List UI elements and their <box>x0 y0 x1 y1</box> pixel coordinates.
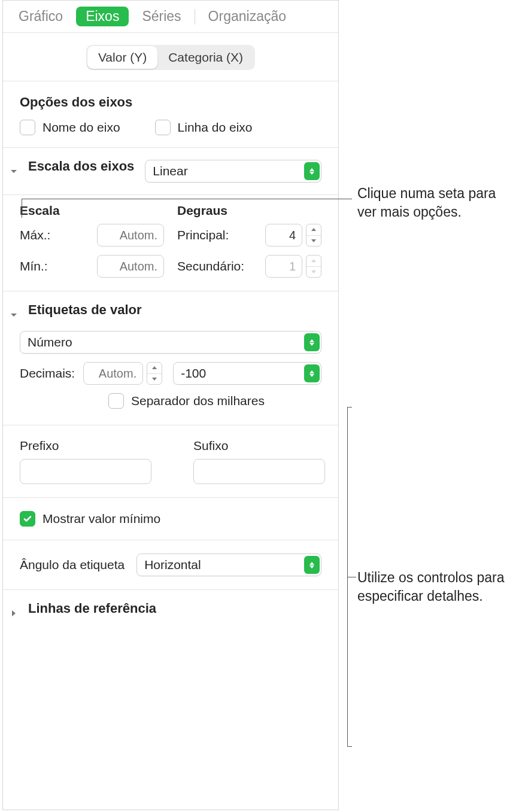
decimals-stepper[interactable] <box>147 362 162 385</box>
tab-organization[interactable]: Organização <box>208 8 286 25</box>
axis-scale-title: Escala dos eixos <box>28 159 134 174</box>
checkbox-label: Mostrar valor mínimo <box>43 512 160 526</box>
checkbox-box <box>20 511 35 527</box>
steps-major-stepper[interactable] <box>306 224 321 247</box>
select-value: Linear <box>153 164 187 178</box>
axis-segmented-control: Valor (Y) Categoria (X) <box>86 45 255 70</box>
axis-options-title: Opções dos eixos <box>20 95 321 110</box>
segment-category-x[interactable]: Categoria (X) <box>157 46 254 69</box>
scale-min-input[interactable] <box>97 255 164 278</box>
decimals-input[interactable] <box>83 362 143 385</box>
disclosure-axis-scale[interactable] <box>8 165 20 177</box>
callout-connector <box>347 577 356 577</box>
segment-value-y[interactable]: Valor (Y) <box>87 46 157 69</box>
checkbox-axis-name[interactable]: Nome do eixo <box>20 120 120 135</box>
select-value: Número <box>28 335 72 349</box>
select-arrows-icon <box>304 162 320 180</box>
section-axis-scale-body: Escala Máx.: Mín.: Degraus Principal: <box>3 195 338 291</box>
prefix-input[interactable] <box>20 459 151 484</box>
inspector-tabbar: Gráfico Eixos Séries Organização <box>3 1 338 33</box>
decimals-label: Decimais: <box>20 366 75 381</box>
select-arrows-icon <box>304 333 320 351</box>
callout-connector <box>22 199 22 218</box>
section-show-min-value: Mostrar valor mínimo <box>3 498 338 540</box>
steps-major-label: Principal: <box>177 228 229 242</box>
axis-segmented-control-row: Valor (Y) Categoria (X) <box>3 33 338 81</box>
checkbox-label: Separador dos milhares <box>131 394 265 408</box>
select-arrows-icon <box>304 364 320 382</box>
callout-text-bottom: Utilize os controlos para especificar de… <box>357 568 513 606</box>
checkbox-axis-line[interactable]: Linha do eixo <box>155 120 253 135</box>
checkbox-box <box>155 120 171 135</box>
select-label-angle[interactable]: Horizontal <box>136 554 321 576</box>
checkbox-show-min-value[interactable]: Mostrar valor mínimo <box>20 511 160 527</box>
tab-axes[interactable]: Eixos <box>76 7 129 26</box>
checkbox-label: Nome do eixo <box>43 120 120 135</box>
tab-chart[interactable]: Gráfico <box>19 8 63 25</box>
callout-connector <box>22 199 352 199</box>
prefix-label: Prefixo <box>20 439 151 453</box>
tab-series[interactable]: Séries <box>142 8 181 25</box>
steps-minor-label: Secundário: <box>177 259 244 273</box>
checkbox-label: Linha do eixo <box>178 120 253 135</box>
reference-lines-title: Linhas de referência <box>28 601 156 616</box>
section-reference-lines: Linhas de referência <box>3 590 338 637</box>
scale-min-label: Mín.: <box>20 259 48 273</box>
select-negative-format[interactable]: -100 <box>173 362 321 385</box>
select-arrows-icon <box>304 556 320 574</box>
section-value-labels-format: Número Decimais: -100 <box>3 331 338 425</box>
section-axis-scale-header: Escala dos eixos Linear <box>3 148 338 195</box>
checkbox-box <box>20 120 35 135</box>
callout-connector <box>347 746 352 747</box>
select-axis-scale-type[interactable]: Linear <box>145 160 321 183</box>
format-inspector-panel: Gráfico Eixos Séries Organização Valor (… <box>2 0 339 810</box>
checkbox-box <box>108 393 124 409</box>
disclosure-reference-lines[interactable] <box>8 607 20 619</box>
steps-minor-stepper <box>306 255 321 278</box>
scale-subheader: Escala <box>20 203 164 218</box>
steps-subheader: Degraus <box>177 203 321 218</box>
select-value: -100 <box>181 366 206 381</box>
section-axis-options: Opções dos eixos Nome do eixo Linha do e… <box>3 81 338 148</box>
suffix-label: Sufixo <box>193 439 325 453</box>
section-value-labels-header: Etiquetas de valor <box>3 291 338 331</box>
select-value: Horizontal <box>144 558 201 572</box>
callout-text-top: Clique numa seta para ver mais opções. <box>357 184 513 221</box>
value-labels-title: Etiquetas de valor <box>28 302 142 318</box>
steps-major-input[interactable] <box>265 224 302 247</box>
section-label-angle: Ângulo da etiqueta Horizontal <box>3 540 338 590</box>
steps-minor-input[interactable] <box>265 255 302 278</box>
suffix-input[interactable] <box>193 459 325 484</box>
select-label-format[interactable]: Número <box>20 331 321 354</box>
callout-connector <box>347 407 352 407</box>
section-prefix-suffix: Prefixo Sufixo <box>3 425 338 498</box>
scale-max-input[interactable] <box>97 224 164 247</box>
checkbox-thousands-separator[interactable]: Separador dos milhares <box>108 393 265 409</box>
scale-max-label: Máx.: <box>20 228 50 242</box>
disclosure-value-labels[interactable] <box>8 309 20 321</box>
label-angle-label: Ângulo da etiqueta <box>20 558 125 572</box>
tab-separator <box>195 9 195 25</box>
